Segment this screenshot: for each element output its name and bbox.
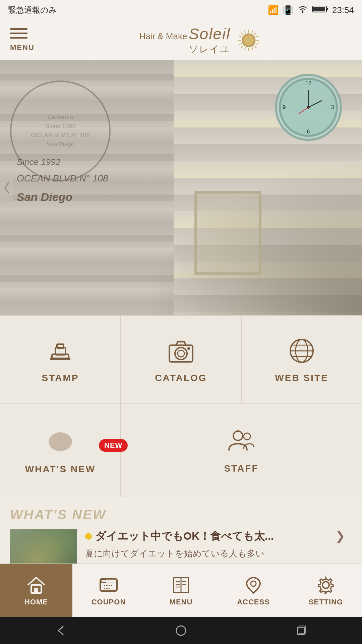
hero-image: California Since 1992 OCEAN BLVD.N° 108 …: [0, 60, 362, 315]
svg-text:9: 9: [283, 104, 286, 110]
staff-button[interactable]: STAFF: [121, 403, 362, 497]
time-display: 23:54: [332, 5, 354, 15]
chat-icon-wrapper: NEW: [45, 426, 75, 457]
status-bar: 緊急通報のみ 📶 📳 23:54: [0, 0, 362, 20]
battery-icon: [312, 5, 328, 16]
news-arrow-icon: ❯: [335, 529, 345, 543]
svg-point-47: [244, 433, 250, 440]
website-label: WEB SITE: [275, 373, 328, 383]
svg-line-19: [256, 36, 258, 37]
vibration-icon: 📳: [283, 5, 293, 15]
home-system-button[interactable]: [171, 621, 191, 641]
catalog-button[interactable]: CATALOG: [121, 316, 241, 403]
svg-point-61: [251, 581, 256, 586]
svg-line-21: [252, 30, 253, 33]
svg-line-17: [256, 43, 258, 44]
nav-menu[interactable]: MENU: [145, 564, 217, 617]
stamp-label: STAMP: [42, 373, 79, 383]
coupon-icon: [99, 575, 119, 595]
home-label: HOME: [24, 598, 48, 606]
menu-nav-label: MENU: [170, 598, 193, 606]
svg-point-36: [175, 347, 187, 360]
svg-line-15: [252, 47, 253, 50]
svg-point-63: [176, 626, 186, 635]
news-dot: [85, 533, 92, 540]
status-left-text: 緊急通報のみ: [8, 5, 57, 15]
home-icon: [26, 575, 46, 595]
staff-label: STAFF: [224, 463, 258, 474]
svg-line-18: [239, 43, 242, 44]
coupon-label: COUPON: [92, 598, 126, 606]
setting-label: SETTING: [309, 598, 343, 606]
globe-icon: [287, 336, 317, 366]
svg-point-38: [187, 347, 190, 350]
access-label: ACCESS: [237, 598, 270, 606]
svg-rect-34: [50, 358, 70, 360]
bottom-nav: HOME COUPON MENU ACCESS: [0, 564, 362, 617]
logo-area: Hair & Make Soleil ソレイユ: [48, 25, 352, 56]
nav-access[interactable]: ACCESS: [217, 564, 290, 617]
news-headline: ダイエット中でもOK！食べても太...: [85, 529, 352, 544]
svg-point-46: [233, 431, 243, 440]
svg-line-10: [241, 33, 243, 35]
svg-text:3: 3: [331, 104, 334, 110]
news-content: ダイエット中でもOK！食べても太... 夏に向けてダイエットを始めている人も多い: [85, 529, 352, 560]
catalog-label: CATALOG: [155, 373, 207, 383]
svg-point-62: [322, 582, 329, 588]
svg-line-16: [239, 36, 242, 37]
grid-section: STAMP CATALOG WEB SITE NEW: [0, 315, 362, 497]
hero-text-block: Since 1992 OCEAN BLVD.N° 108 San Diego: [17, 154, 108, 207]
nav-home[interactable]: HOME: [0, 564, 72, 617]
svg-rect-54: [101, 580, 106, 582]
whatsnew-button[interactable]: NEW WHAT'S NEW: [0, 403, 121, 497]
svg-line-14: [245, 30, 246, 33]
svg-point-0: [302, 11, 303, 13]
people-icon: [226, 426, 256, 457]
nav-coupon[interactable]: COUPON: [72, 564, 145, 617]
menu-button[interactable]: MENU: [10, 28, 35, 52]
book-icon: [171, 575, 191, 595]
svg-rect-2: [326, 8, 328, 10]
website-button[interactable]: WEB SITE: [241, 316, 362, 403]
pin-icon: [243, 575, 263, 595]
system-nav: [0, 617, 362, 644]
logo-text-group: Hair & Make Soleil ソレイユ: [139, 25, 230, 56]
svg-text:12: 12: [305, 80, 311, 86]
frame-decoration: [194, 191, 261, 275]
gear-icon: [316, 575, 336, 595]
wifi-icon: [297, 4, 308, 16]
svg-line-13: [241, 46, 243, 48]
svg-rect-50: [100, 579, 117, 591]
clock-decoration: 12 3 6 9: [275, 74, 342, 141]
svg-point-5: [244, 36, 253, 45]
whats-new-title: WHAT'S NEW: [10, 507, 352, 522]
stamp-button[interactable]: STAMP: [0, 316, 121, 403]
status-right: 📶 📳 23:54: [268, 4, 354, 16]
svg-text:6: 6: [307, 129, 310, 135]
whatsnew-label: WHAT'S NEW: [25, 464, 96, 475]
svg-point-44: [49, 432, 72, 451]
camera-icon: [166, 336, 196, 366]
back-button[interactable]: [50, 621, 70, 641]
svg-rect-33: [57, 344, 64, 348]
header: MENU Hair & Make Soleil ソレイユ: [0, 20, 362, 60]
logo-sub: Hair & Make: [139, 31, 187, 41]
svg-line-12: [254, 33, 256, 35]
svg-point-37: [178, 350, 184, 357]
sun-icon: [237, 29, 260, 52]
svg-line-11: [254, 46, 256, 48]
recents-button[interactable]: [292, 621, 312, 641]
news-sub: 夏に向けてダイエットを始めている人も多い: [85, 547, 352, 560]
svg-rect-49: [34, 588, 38, 593]
stamp-icon: [45, 336, 75, 366]
menu-label: MENU: [10, 43, 35, 52]
chat-bubble-icon: [45, 426, 75, 456]
svg-line-20: [245, 47, 246, 50]
new-badge: NEW: [99, 439, 128, 452]
bluetooth-icon: 📶: [268, 5, 279, 15]
svg-rect-3: [313, 7, 325, 11]
nav-setting[interactable]: SETTING: [290, 564, 362, 617]
prev-arrow[interactable]: [0, 174, 13, 201]
